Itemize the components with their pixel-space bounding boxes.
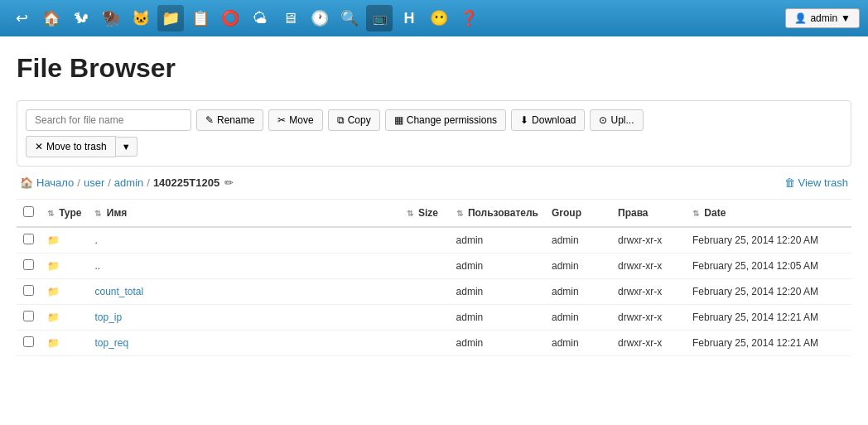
folder-nav-icon[interactable]: 📁 [157,5,184,31]
trash-x-icon: ✕ [35,141,43,152]
file-table: ⇅ Type ⇅ Имя ⇅ Size ⇅ Пользователь Group [17,200,851,356]
row-date-cell: February 25, 2014 12:21 AM [686,331,851,356]
clock-nav-icon[interactable]: 🕐 [306,5,333,31]
row-group-cell: admin [545,305,611,331]
trash-dropdown-button[interactable]: ▼ [116,137,137,157]
row-user-cell: admin [450,254,545,279]
rename-button[interactable]: ✎ Rename [196,109,263,131]
user-icon: 👤 [794,12,807,24]
row-perms-cell: drwxr-xr-x [611,305,686,331]
col-user-header[interactable]: ⇅ Пользователь [450,200,545,227]
row-type-cell: 📁 [41,305,88,331]
row-checkbox[interactable] [23,285,34,296]
edit-path-icon[interactable]: ✏ [224,176,234,189]
horns-nav-icon[interactable]: 🦬 [98,5,124,31]
row-type-cell: 📁 [41,279,88,305]
back-icon[interactable]: ↩ [8,5,35,31]
toolbar-area: ✎ Rename ✂ Move ⧉ Copy ▦ Change permissi… [17,100,851,167]
change-permissions-button[interactable]: ▦ Change permissions [385,109,506,131]
rename-label: Rename [217,114,254,126]
document-nav-icon[interactable]: 📋 [187,5,214,31]
row-checkbox[interactable] [23,311,34,321]
row-checkbox[interactable] [23,234,34,244]
home-breadcrumb-label: Начало [36,176,74,189]
view-trash-link[interactable]: 🗑 View trash [784,176,848,189]
admin-label: admin [810,12,837,24]
breadcrumb-admin[interactable]: admin [114,176,143,189]
row-name-cell: top_ip [88,305,399,331]
row-name-cell: top_req [88,331,399,356]
row-user-cell: admin [450,331,545,356]
row-group-cell: admin [545,227,611,254]
row-checkbox-cell [17,227,41,254]
col-size-header[interactable]: ⇅ Size [400,200,450,227]
face-nav-icon[interactable]: 😶 [426,5,452,31]
search-nav-icon[interactable]: 🔍 [336,5,363,31]
cat-nav-icon[interactable]: 🐱 [128,5,154,31]
row-group-cell: admin [545,331,611,356]
row-checkbox[interactable] [23,336,34,347]
sort-type-icon: ⇅ [47,209,54,218]
col-date-header[interactable]: ⇅ Date [686,200,851,227]
question-nav-icon[interactable]: ❓ [456,5,482,31]
cloud-nav-icon[interactable]: 🌤 [247,5,273,31]
squirrel-icon[interactable]: 🐿 [68,5,94,31]
file-link[interactable]: top_req [94,337,128,349]
rename-icon: ✎ [205,114,214,126]
monitor-nav-icon[interactable]: 🖥 [277,5,303,31]
hue-nav-icon[interactable]: H [396,5,422,31]
row-date-cell: February 25, 2014 12:20 AM [686,279,851,305]
row-type-cell: 📁 [41,331,88,356]
breadcrumb-current: 140225T1205 [153,176,219,189]
row-date-cell: February 25, 2014 12:05 AM [686,254,851,279]
col-type-header[interactable]: ⇅ Type [41,200,88,227]
row-perms-cell: drwxr-xr-x [611,254,686,279]
col-name-header[interactable]: ⇅ Имя [88,200,399,227]
sort-user-icon: ⇅ [456,209,463,218]
folder-type-icon: 📁 [47,234,60,246]
breadcrumb-admin-label: admin [114,176,143,189]
tv-nav-icon[interactable]: 📺 [366,5,393,31]
upload-button[interactable]: ⊙ Upl... [590,109,643,131]
row-checkbox-cell [17,279,41,305]
breadcrumb-home[interactable]: 🏠 Начало [20,176,74,189]
sort-date-icon: ⇅ [692,209,699,218]
download-button[interactable]: ⬇ Download [511,109,585,131]
breadcrumb-sep2: / [108,176,111,189]
admin-button[interactable]: 👤 admin ▼ [785,8,860,28]
download-icon: ⬇ [520,114,528,126]
dropdown-arrow: ▼ [841,12,851,24]
row-type-cell: 📁 [41,254,88,279]
table-body: 📁 . admin admin drwxr-xr-x February 25, … [17,227,851,356]
row-perms-cell: drwxr-xr-x [611,227,686,254]
circle-nav-icon[interactable]: ⭕ [217,5,244,31]
sort-name-icon: ⇅ [94,209,101,218]
upload-label: Upl... [610,114,634,126]
folder-type-icon: 📁 [47,312,60,323]
table-row: 📁 . admin admin drwxr-xr-x February 25, … [17,227,851,254]
file-link[interactable]: top_ip [94,312,122,323]
table-header-row: ⇅ Type ⇅ Имя ⇅ Size ⇅ Пользователь Group [17,200,851,227]
breadcrumb-user[interactable]: user [84,176,104,189]
row-group-cell: admin [545,254,611,279]
table-row: 📁 count_total admin admin drwxr-xr-x Feb… [17,279,851,305]
move-to-trash-button[interactable]: ✕ Move to trash [26,136,116,157]
sort-size-icon: ⇅ [407,209,413,218]
table-row: 📁 top_ip admin admin drwxr-xr-x February… [17,305,851,331]
home-nav-icon[interactable]: 🏠 [38,5,65,31]
row-checkbox[interactable] [23,259,34,270]
row-user-cell: admin [450,279,545,305]
row-user-cell: admin [450,305,545,331]
select-all-checkbox[interactable] [23,206,34,217]
table-head: ⇅ Type ⇅ Имя ⇅ Size ⇅ Пользователь Group [17,200,851,227]
row-size-cell [400,279,450,305]
breadcrumb-sep1: / [77,176,80,189]
table-row: 📁 .. admin admin drwxr-xr-x February 25,… [17,254,851,279]
table-row: 📁 top_req admin admin drwxr-xr-x Februar… [17,331,851,356]
file-link[interactable]: count_total [94,286,143,297]
file-name: .. [94,260,100,272]
move-button[interactable]: ✂ Move [268,109,322,131]
search-input[interactable] [26,109,191,131]
copy-button[interactable]: ⧉ Copy [328,109,380,131]
col-checkbox-header [17,200,41,227]
